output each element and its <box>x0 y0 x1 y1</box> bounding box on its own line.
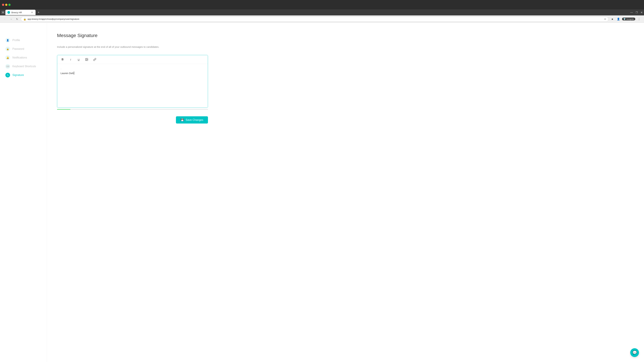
save-button-container: 💾 Save Changes <box>57 116 208 123</box>
incognito-icon: 👕 <box>623 18 626 20</box>
sidebar: 👤 Profile 🔒 Password 🔔 Notifications ⌨ K… <box>0 23 47 362</box>
bookmark-icon[interactable]: ★ <box>604 18 606 20</box>
tab-label: Breezy HR <box>12 11 22 14</box>
incognito-label: Incognito <box>626 18 634 20</box>
sidebar-item-password[interactable]: 🔒 Password <box>3 45 44 53</box>
editor-toolbar: B I U <box>57 55 208 64</box>
sidebar-item-label: Signature <box>12 73 24 77</box>
tab-switcher[interactable]: ▼ <box>1 11 5 14</box>
window-minimize-icon[interactable]: ― <box>630 11 633 14</box>
sidebar-item-label: Notifications <box>12 56 27 59</box>
extensions-button[interactable]: ■ <box>610 17 615 21</box>
tab-group: ▼ Breezy HR ✕ + <box>1 10 41 15</box>
page-title: Message Signature <box>57 33 634 38</box>
sidebar-item-label: Password <box>12 47 24 50</box>
profile-button[interactable]: 👤 <box>616 17 621 21</box>
text-cursor <box>74 71 74 75</box>
bold-button[interactable]: B <box>60 57 65 62</box>
page-description: Include a personalized signature at the … <box>57 45 174 49</box>
sidebar-item-profile[interactable]: 👤 Profile <box>3 36 44 44</box>
italic-button[interactable]: I <box>68 57 73 62</box>
image-button[interactable] <box>84 57 90 62</box>
lock-icon: 🔒 <box>23 18 26 20</box>
back-button[interactable]: ← <box>3 17 8 21</box>
active-tab[interactable]: Breezy HR ✕ <box>5 10 36 15</box>
chat-widget-button[interactable]: 💬 <box>630 348 639 357</box>
new-tab-button[interactable]: + <box>36 10 41 15</box>
incognito-badge: 👕 Incognito <box>622 17 635 20</box>
navigation-bar: ← → ↻ 🔒 app.breezy.hr/app/c/moodjoy/comp… <box>0 15 644 23</box>
tab-close-button[interactable]: ✕ <box>30 11 34 14</box>
sidebar-item-label: Profile <box>12 39 20 42</box>
editor-signature-text: Lauren Deli <box>60 71 204 75</box>
menu-button[interactable]: ⋮ <box>636 17 641 21</box>
password-icon: 🔒 <box>5 46 10 51</box>
profile-icon: 👤 <box>5 38 10 42</box>
url-text: app.breezy.hr/app/c/moodjoy/company/user… <box>28 18 603 20</box>
svg-point-1 <box>86 59 86 59</box>
window-restore-icon[interactable]: ❐ <box>636 11 638 14</box>
underline-button[interactable]: U <box>76 57 81 62</box>
chat-icon: 💬 <box>632 351 637 355</box>
save-icon: 💾 <box>180 118 184 121</box>
tab-bar: ▼ Breezy HR ✕ + ― ❐ ✕ <box>0 9 644 15</box>
window-close-icon[interactable]: ✕ <box>640 11 643 14</box>
editor-dash-line: - <box>60 67 204 70</box>
save-changes-button[interactable]: 💾 Save Changes <box>176 116 208 123</box>
keyboard-shortcuts-icon: ⌨ <box>5 64 10 69</box>
reload-button[interactable]: ↻ <box>15 17 20 21</box>
main-content: Message Signature Include a personalized… <box>47 23 644 362</box>
sidebar-item-label: Keyboard Shortcuts <box>12 65 36 68</box>
scrollbar-thumb[interactable] <box>57 109 70 110</box>
browser-window-controls <box>0 0 644 9</box>
notifications-icon: 🔔 <box>5 55 10 60</box>
signature-icon: ✎ <box>5 73 10 77</box>
sidebar-item-signature[interactable]: ✎ Signature <box>3 71 44 79</box>
editor-body[interactable]: - Lauren Deli <box>57 64 208 108</box>
forward-button[interactable]: → <box>9 17 14 21</box>
address-bar[interactable]: 🔒 app.breezy.hr/app/c/moodjoy/company/us… <box>21 16 608 22</box>
window-minimize-btn[interactable] <box>5 4 8 6</box>
signature-editor[interactable]: B I U - <box>57 55 208 108</box>
sidebar-item-notifications[interactable]: 🔔 Notifications <box>3 54 44 62</box>
save-label: Save Changes <box>186 118 203 121</box>
sidebar-item-keyboard-shortcuts[interactable]: ⌨ Keyboard Shortcuts <box>3 62 44 70</box>
window-close-btn[interactable] <box>2 4 4 6</box>
app-container: 👤 Profile 🔒 Password 🔔 Notifications ⌨ K… <box>0 23 644 362</box>
scrollbar-track[interactable] <box>57 109 208 110</box>
tab-favicon <box>8 11 10 14</box>
nav-right-actions: ■ 👤 👕 Incognito ⋮ <box>610 17 641 21</box>
window-maximize-btn[interactable] <box>8 4 10 6</box>
link-button[interactable] <box>92 57 98 62</box>
